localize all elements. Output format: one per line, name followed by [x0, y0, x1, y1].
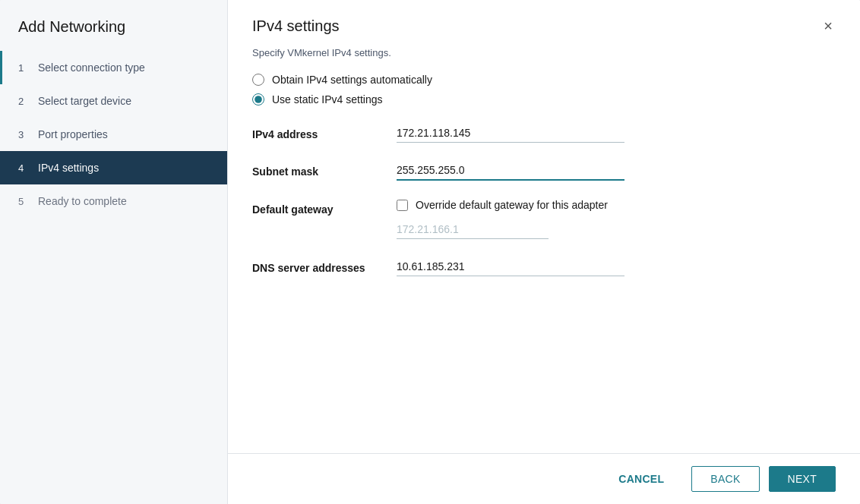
sidebar-steps: 1 Select connection type 2 Select target…	[0, 51, 227, 218]
step-label-4: IPv4 settings	[38, 162, 99, 174]
sidebar-step-1[interactable]: 1 Select connection type	[0, 51, 227, 84]
subnet-mask-field	[397, 161, 624, 181]
subnet-mask-label: Subnet mask	[252, 161, 397, 178]
radio-static[interactable]	[252, 93, 264, 106]
subnet-mask-row: Subnet mask	[252, 161, 836, 181]
radio-static-text: Use static IPv4 settings	[272, 93, 383, 106]
default-gateway-field: Override default gateway for this adapte…	[397, 199, 624, 239]
dialog-body: Add Networking 1 Select connection type …	[0, 0, 860, 504]
cancel-button[interactable]: CANCEL	[600, 467, 682, 491]
radio-group: Obtain IPv4 settings automatically Use s…	[252, 74, 836, 106]
subnet-mask-input[interactable]	[397, 161, 624, 181]
dialog-footer: CANCEL BACK NEXT	[228, 453, 860, 504]
main-header: IPv4 settings ×	[228, 0, 860, 35]
gateway-checkbox-label: Override default gateway for this adapte…	[416, 199, 608, 211]
dns-server-row: DNS server addresses	[252, 257, 836, 276]
main-panel: IPv4 settings × Specify VMkernel IPv4 se…	[228, 0, 860, 504]
sidebar-step-3[interactable]: 3 Port properties	[0, 118, 227, 151]
ipv4-address-row: IPv4 address	[252, 124, 836, 143]
default-gateway-label: Default gateway	[252, 199, 397, 216]
ipv4-address-field	[397, 124, 624, 143]
step-num-5: 5	[18, 196, 30, 207]
subtitle: Specify VMkernel IPv4 settings.	[252, 47, 836, 58]
gateway-override-checkbox[interactable]	[397, 200, 408, 211]
sidebar: Add Networking 1 Select connection type …	[0, 0, 228, 504]
radio-obtain-text: Obtain IPv4 settings automatically	[272, 74, 432, 86]
ipv4-address-label: IPv4 address	[252, 124, 397, 140]
sidebar-step-5[interactable]: 5 Ready to complete	[0, 184, 227, 218]
form-section: IPv4 address Subnet mask D	[252, 124, 836, 276]
step-num-4: 4	[18, 162, 30, 174]
gateway-checkbox-row: Override default gateway for this adapte…	[397, 199, 624, 211]
dns-server-input[interactable]	[397, 257, 624, 276]
back-button[interactable]: BACK	[691, 466, 759, 492]
default-gateway-row: Default gateway Override default gateway…	[252, 199, 836, 239]
gateway-input-wrapper	[397, 220, 549, 239]
step-label-1: Select connection type	[38, 61, 145, 74]
ipv4-address-input[interactable]	[397, 124, 624, 143]
sidebar-title: Add Networking	[0, 0, 227, 51]
sidebar-step-4[interactable]: 4 IPv4 settings	[0, 151, 227, 184]
dns-server-label: DNS server addresses	[252, 257, 397, 274]
step-num-1: 1	[18, 62, 30, 74]
next-button[interactable]: NEXT	[769, 466, 836, 492]
dns-server-field	[397, 257, 624, 276]
add-networking-dialog: Add Networking 1 Select connection type …	[0, 0, 860, 504]
radio-obtain[interactable]	[252, 74, 264, 86]
step-num-2: 2	[18, 96, 30, 107]
main-title: IPv4 settings	[252, 17, 340, 35]
step-label-3: Port properties	[38, 128, 108, 140]
sidebar-step-2[interactable]: 2 Select target device	[0, 84, 227, 118]
close-button[interactable]: ×	[820, 17, 836, 35]
step-num-3: 3	[18, 129, 30, 140]
radio-static-label[interactable]: Use static IPv4 settings	[252, 93, 836, 106]
step-label-2: Select target device	[38, 95, 131, 107]
gateway-input[interactable]	[397, 220, 549, 239]
radio-obtain-label[interactable]: Obtain IPv4 settings automatically	[252, 74, 836, 86]
main-content: Specify VMkernel IPv4 settings. Obtain I…	[228, 35, 860, 453]
step-label-5: Ready to complete	[38, 195, 127, 207]
